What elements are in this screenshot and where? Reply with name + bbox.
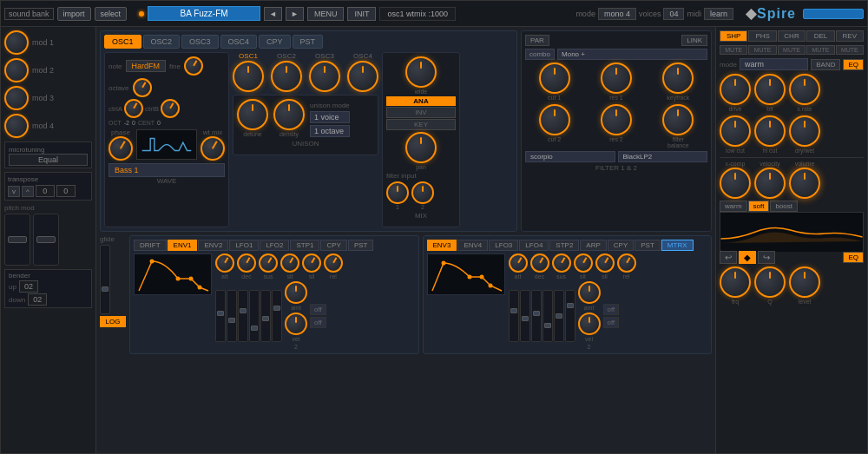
keytrack-knob[interactable] (662, 63, 694, 94)
filter-balance-knob[interactable] (662, 104, 694, 135)
tab-osc1[interactable]: OSC1 (104, 35, 141, 49)
filter1-input-knob[interactable] (386, 181, 409, 204)
tab-osc4[interactable]: OSC4 (220, 35, 258, 49)
dec1-knob[interactable] (237, 253, 256, 273)
density-knob[interactable] (273, 99, 305, 130)
par-button[interactable]: PAR (525, 35, 549, 46)
tab-stp1[interactable]: STP1 (290, 240, 319, 251)
velocity-knob[interactable] (754, 168, 786, 199)
slt1-knob[interactable] (280, 253, 299, 273)
tab-lfo2[interactable]: LFO2 (260, 240, 289, 251)
link-button[interactable]: LINK (681, 35, 707, 46)
tab-env4[interactable]: ENV4 (457, 240, 488, 251)
q-knob[interactable] (754, 266, 786, 298)
att3-knob[interactable] (509, 253, 528, 273)
fx-tab-chr[interactable]: CHR (778, 30, 806, 42)
tab-pst-env3[interactable]: PST (635, 240, 661, 251)
transport-btn2[interactable]: ◆ (739, 251, 756, 264)
transpose-down-btn[interactable]: v (8, 186, 20, 197)
tab-cpy-osc[interactable]: CPY (259, 35, 291, 49)
transpose-up-btn[interactable]: ^ (22, 186, 34, 197)
transport-btn1[interactable]: ↩ (720, 251, 737, 264)
env1-vslider4[interactable] (249, 290, 260, 342)
level-knob[interactable] (789, 266, 820, 298)
filter2-type[interactable]: BlackLP2 (618, 151, 708, 162)
eq-btn-mode[interactable]: EQ (843, 59, 864, 70)
mute-rev[interactable]: MUTE (836, 45, 864, 55)
fx-tab-phs[interactable]: PHS (748, 30, 776, 42)
env3-vslider3[interactable] (531, 290, 542, 342)
res1-knob[interactable] (601, 63, 632, 94)
prev-patch-button[interactable]: ◄ (264, 7, 282, 21)
log-button[interactable]: LOG (100, 316, 126, 327)
octave-knob[interactable] (133, 78, 152, 97)
mute-del[interactable]: MUTE (806, 45, 834, 55)
drive-knob[interactable] (720, 74, 751, 105)
env3-vslider5[interactable] (554, 290, 564, 342)
pan-knob[interactable] (405, 132, 437, 163)
tab-env2[interactable]: ENV2 (198, 240, 228, 251)
srate-knob[interactable] (789, 74, 820, 105)
osc4-level-knob[interactable] (347, 61, 378, 92)
pitch-slider[interactable] (4, 214, 30, 266)
osc2-level-knob[interactable] (271, 61, 302, 92)
env1-vslider6[interactable] (272, 290, 282, 342)
mute-shp[interactable]: MUTE (720, 45, 747, 55)
bit-knob[interactable] (754, 74, 786, 105)
filter2-input-knob[interactable] (411, 181, 434, 204)
ctrlb-knob[interactable] (161, 99, 180, 118)
vel1-knob[interactable] (285, 313, 307, 335)
voice-selector[interactable]: 1 voice (310, 111, 350, 123)
sll1-knob[interactable] (302, 253, 321, 273)
wave-selector[interactable]: HardFM (126, 60, 167, 72)
tab-lfo4[interactable]: LFO4 (519, 240, 549, 251)
band-btn[interactable]: BAND (811, 59, 840, 70)
microtuning-value[interactable]: Equal (9, 154, 88, 166)
osc1-level-knob[interactable] (233, 61, 264, 92)
key-button[interactable]: KEY (386, 119, 456, 130)
amt3-knob[interactable] (578, 281, 601, 304)
sus3-knob[interactable] (552, 253, 571, 273)
mode-warm-selector[interactable]: warm (740, 58, 808, 70)
tab-drift[interactable]: DRIFT (134, 240, 167, 251)
soft-btn[interactable]: soft (748, 201, 770, 212)
dec3-knob[interactable] (530, 253, 549, 273)
fx-tab-shp[interactable]: SHP (720, 30, 747, 42)
midi-value[interactable]: learn (704, 8, 733, 20)
cut2-knob[interactable] (539, 104, 570, 135)
xcomp-knob[interactable] (720, 168, 751, 199)
transport-btn3[interactable]: ↪ (758, 251, 775, 264)
filter1-type[interactable]: scorpio (525, 151, 615, 162)
glide-slider1[interactable] (100, 245, 110, 314)
mod2-knob[interactable] (4, 58, 29, 82)
detune-knob[interactable] (237, 99, 268, 130)
volume-knob[interactable] (789, 168, 820, 199)
cut1-knob[interactable] (539, 63, 570, 94)
env3-vslider1[interactable] (509, 290, 519, 342)
mtrx-button[interactable]: MTRX (661, 240, 694, 251)
frq-knob[interactable] (720, 266, 751, 298)
env3-vslider4[interactable] (542, 290, 553, 342)
rel1-knob[interactable] (324, 253, 343, 273)
fx-tab-rev[interactable]: REV (836, 30, 864, 42)
env3-vslider6[interactable] (565, 290, 575, 342)
env1-vslider1[interactable] (215, 290, 226, 342)
mod1-knob[interactable] (4, 30, 29, 55)
att1-knob[interactable] (215, 253, 234, 273)
inv-button[interactable]: INV (386, 107, 456, 118)
slt3-knob[interactable] (574, 253, 593, 273)
tab-stp2[interactable]: STP2 (549, 240, 579, 251)
tab-cpy-env3[interactable]: CPY (608, 240, 634, 251)
mod-slider[interactable] (33, 214, 59, 266)
env3-vslider2[interactable] (520, 290, 530, 342)
lowcut-knob[interactable] (720, 115, 751, 147)
import-button[interactable]: import (57, 7, 91, 21)
phase-knob[interactable] (108, 136, 133, 161)
mute-chr[interactable]: MUTE (778, 45, 806, 55)
osc3-level-knob[interactable] (309, 61, 340, 92)
env1-vslider3[interactable] (238, 290, 248, 342)
patch-name[interactable]: BA Fuzz-FM (148, 6, 260, 21)
drywet-knob[interactable] (789, 115, 820, 147)
mod4-knob[interactable] (4, 114, 29, 138)
tab-pst-osc[interactable]: PST (293, 35, 324, 49)
